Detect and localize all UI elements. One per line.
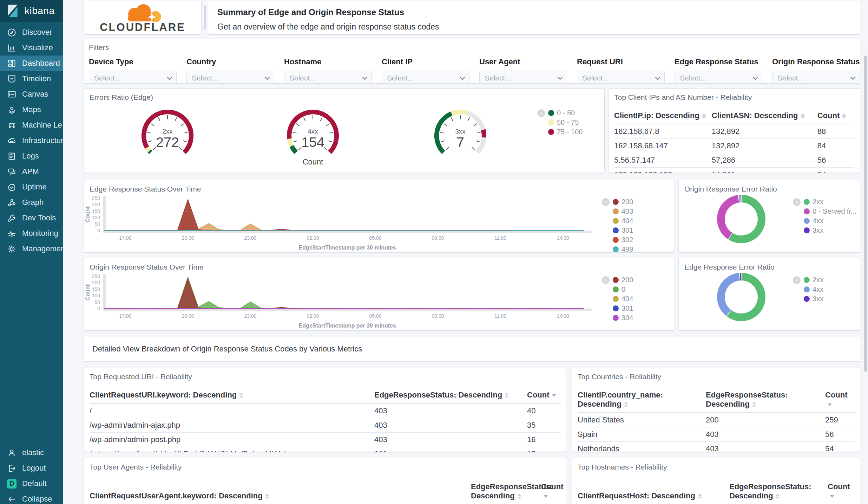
legend-item-404[interactable]: 404 (613, 216, 633, 226)
table-cell[interactable]: 403 (706, 427, 825, 442)
table-cell[interactable]: 200 (374, 447, 527, 452)
legend-item-3xx[interactable]: 3xx (804, 226, 857, 235)
column-header-clientip-country-name-descending[interactable]: ClientIP.country_name: Descending (578, 388, 706, 413)
column-header-clientrequesthost-descending[interactable]: ClientRequestHost: Descending (578, 480, 729, 504)
filter-select-hostname[interactable]: Select... (284, 71, 372, 84)
legend-item-200[interactable]: ›200 (613, 197, 633, 207)
legend-expand-icon[interactable]: › (537, 109, 545, 117)
table-cell[interactable]: 88 (817, 124, 854, 139)
sidebar-item-machine-le[interactable]: Machine Le... (0, 117, 63, 133)
sidebar-item-management[interactable]: Management (0, 241, 63, 257)
legend-item-404[interactable]: 404 (613, 294, 633, 304)
legend-item-2xx[interactable]: ›2xx (804, 197, 857, 207)
kibana-logo[interactable]: kibana (0, 0, 63, 22)
table-cell[interactable]: / (90, 403, 374, 418)
column-header-count[interactable]: Count (828, 480, 855, 504)
filter-select-user-agent[interactable]: Select... (479, 71, 567, 84)
legend-item-75-100[interactable]: 75 - 100 (548, 127, 583, 137)
legend-item-0-50[interactable]: ›0 - 50 (548, 108, 583, 118)
filter-select-request-uri[interactable]: Select... (577, 71, 665, 84)
table-cell[interactable]: 35 (527, 418, 561, 433)
table-cell[interactable]: Netherlands (578, 442, 706, 452)
sidebar-item-timelion[interactable]: Timelion (0, 71, 63, 86)
column-header-edgeresponsestatus-descending[interactable]: EdgeResponseStatus: Descending (729, 480, 828, 504)
sidebar-item-canvas[interactable]: Canvas (0, 86, 63, 102)
legend-item-301[interactable]: 301 (613, 226, 633, 235)
legend-item-4xx[interactable]: 4xx (804, 216, 857, 226)
sidebar-item-elastic[interactable]: elastic (0, 445, 63, 460)
column-header-clientrequesturi-keyword-descending[interactable]: ClientRequestURI.keyword: Descending (90, 388, 374, 403)
table-cell[interactable]: /wp-admin/admin-ajax.php (90, 418, 374, 433)
legend-expand-icon[interactable]: › (602, 276, 610, 284)
sidebar-item-graph[interactable]: Graph (0, 195, 63, 210)
table-cell[interactable]: 15 (527, 447, 561, 452)
gauge-4xx[interactable]: 4xx154 (278, 104, 348, 157)
sidebar-item-dashboard[interactable]: Dashboard (0, 56, 63, 71)
sidebar-item-logout[interactable]: Logout (0, 460, 63, 476)
table-cell[interactable]: 54 (825, 442, 855, 452)
table-cell[interactable]: 178.128.193.158 (614, 168, 712, 173)
table-cell[interactable]: 84 (817, 139, 854, 153)
table-cell[interactable]: 403 (374, 403, 527, 418)
table-cell[interactable]: 200 (706, 413, 825, 427)
legend-item-301[interactable]: 301 (613, 304, 633, 313)
sidebar-item-infrastructure[interactable]: Infrastructure (0, 133, 63, 148)
filter-select-client-ip[interactable]: Select... (382, 71, 469, 84)
table-cell[interactable]: United States (578, 413, 706, 427)
column-header-edgeresponsestatus-descending[interactable]: EdgeResponseStatus: Descending (706, 388, 825, 413)
legend-item-50-75[interactable]: 50 - 75 (548, 118, 583, 127)
legend-item-499[interactable]: 499 (613, 245, 633, 252)
filter-select-edge-response-status[interactable]: Select... (675, 71, 762, 84)
legend-item-3xx[interactable]: 3xx (804, 294, 823, 304)
filter-select-origin-response-status[interactable]: Select... (772, 71, 860, 84)
table-cell[interactable]: 162.158.68.147 (614, 139, 712, 153)
table-cell[interactable]: 132,892 (712, 139, 817, 153)
sidebar-item-apm[interactable]: APM (0, 164, 63, 179)
table-cell[interactable]: 162.158.67.8 (614, 124, 712, 139)
sidebar-item-visualize[interactable]: Visualize (0, 40, 63, 56)
gauge-2xx[interactable]: 2xx272 (132, 104, 203, 157)
table-cell[interactable]: 57,286 (712, 153, 817, 168)
sidebar-item-discover[interactable]: Discover (0, 25, 63, 40)
sidebar-item-collapse[interactable]: Collapse (0, 491, 63, 504)
sidebar-item-maps[interactable]: Maps (0, 102, 63, 117)
column-header-count[interactable]: Count (527, 388, 561, 403)
table-cell[interactable]: 403 (374, 433, 527, 447)
filter-select-country[interactable]: Select... (186, 71, 274, 84)
legend-item-302[interactable]: 302 (613, 235, 633, 245)
gauge-3xx[interactable]: 3xx7 (425, 104, 495, 157)
legend-item-403[interactable]: 403 (613, 207, 633, 216)
legend-expand-icon[interactable]: › (793, 276, 801, 284)
table-cell[interactable]: 132,892 (712, 124, 817, 139)
table-cell[interactable]: 403 (706, 442, 825, 452)
table-cell[interactable]: Spain (578, 427, 706, 442)
sidebar-item-monitoring[interactable]: Monitoring (0, 226, 63, 241)
table-cell[interactable]: /cdn-cgi/apps/head/xVgyKhR-vV3dAUGhMqfBc… (90, 447, 374, 452)
panel-drag-handle[interactable] (204, 6, 206, 30)
legend-item-0-served-fr[interactable]: 0 - Served fr... (804, 207, 857, 216)
legend-item-2xx[interactable]: ›2xx (804, 275, 823, 285)
edge-error-ratio-donut[interactable] (679, 258, 860, 330)
sidebar-item-logs[interactable]: Logs (0, 148, 63, 164)
table-cell[interactable]: 259 (825, 413, 855, 427)
edge-response-area-chart[interactable]: 05010015020025017:0020:0023:0002:0005:00… (84, 180, 675, 252)
sidebar-item-dev-tools[interactable]: Dev Tools (0, 210, 63, 226)
column-header-clientip-ip-descending[interactable]: ClientIP.ip: Descending (614, 109, 712, 124)
sidebar-item-default[interactable]: DDefault (0, 476, 63, 491)
table-cell[interactable]: 403 (374, 418, 527, 433)
page-scrollbar[interactable] (864, 56, 867, 372)
column-header-count[interactable]: Count (541, 480, 561, 504)
table-cell[interactable]: 56 (825, 427, 855, 442)
column-header-count[interactable]: Count (825, 388, 855, 413)
legend-item-304[interactable]: 304 (613, 313, 633, 323)
origin-response-area-chart[interactable]: 05010015020025017:0020:0023:0002:0005:00… (84, 258, 675, 330)
legend-item-4xx[interactable]: 4xx (804, 285, 823, 294)
column-header-edgeresponsestatus-descending[interactable]: EdgeResponseStatus: Descending (374, 388, 527, 403)
table-cell[interactable]: /wp-admin/admin-post.php (90, 433, 374, 447)
sidebar-item-uptime[interactable]: Uptime (0, 179, 63, 195)
legend-expand-icon[interactable]: › (793, 198, 801, 206)
table-cell[interactable]: 54 (817, 168, 854, 173)
filter-select-device-type[interactable]: Select... (89, 71, 177, 84)
column-header-clientasn-descending[interactable]: ClientASN: Descending (712, 109, 817, 124)
legend-item-0[interactable]: 0 (613, 285, 633, 294)
